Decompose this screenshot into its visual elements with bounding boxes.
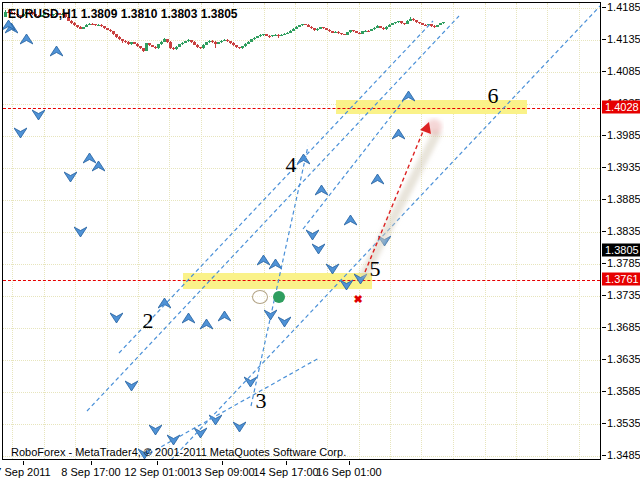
invalidation-x-mark: ✖ bbox=[353, 294, 362, 305]
candle-body bbox=[295, 27, 298, 29]
candle-body bbox=[241, 46, 244, 48]
price-tick bbox=[602, 71, 606, 72]
price-tick-label: 1.3785 bbox=[607, 257, 640, 269]
fractal-up-icon bbox=[315, 182, 328, 193]
fractal-down-icon bbox=[125, 377, 138, 388]
time-tick bbox=[286, 461, 287, 465]
candle-body bbox=[259, 35, 262, 36]
time-tick-label: 7 Sep 2011 bbox=[0, 466, 51, 478]
fractal-down-icon bbox=[278, 313, 291, 324]
candle-body bbox=[394, 22, 397, 23]
price-tick bbox=[602, 167, 606, 168]
price-tick-label: 1.4135 bbox=[607, 33, 640, 45]
candle-body bbox=[346, 32, 349, 34]
fractal-up-icon bbox=[218, 308, 231, 319]
green-dot-mark bbox=[273, 291, 285, 303]
wave-number-label: 2 bbox=[143, 310, 154, 332]
candle-body bbox=[370, 29, 373, 31]
gridline-horizontal bbox=[3, 392, 600, 393]
price-tick-label: 1.3985 bbox=[607, 129, 640, 141]
fractal-up-icon bbox=[344, 212, 357, 223]
price-tick-label: 1.3535 bbox=[607, 417, 640, 429]
candle-body bbox=[406, 21, 409, 24]
price-tick bbox=[602, 455, 606, 456]
fractal-up-icon bbox=[182, 310, 195, 321]
price-tick-label: 1.4085 bbox=[607, 65, 640, 77]
gridline-horizontal bbox=[3, 328, 600, 329]
fractal-down-icon bbox=[149, 421, 162, 432]
fractal-down-icon bbox=[306, 226, 319, 237]
candle-body bbox=[202, 45, 205, 49]
candle-body bbox=[157, 44, 160, 48]
mt4-window: 23456✖ EURUSD,H1 1.3809 1.3810 1.3803 1.… bbox=[0, 0, 640, 480]
fractal-down-icon bbox=[244, 373, 257, 384]
channel-line bbox=[303, 101, 403, 229]
wave-number-label: 3 bbox=[256, 390, 267, 412]
fractal-down-icon bbox=[74, 223, 87, 234]
fractal-up-icon bbox=[402, 88, 415, 99]
price-level-line bbox=[3, 108, 600, 109]
candle-body bbox=[178, 44, 181, 46]
candle-body bbox=[205, 42, 208, 45]
fractal-down-icon bbox=[378, 232, 391, 243]
fractal-down-icon bbox=[326, 260, 339, 271]
fractal-up-icon bbox=[20, 31, 33, 42]
gridline-horizontal bbox=[3, 360, 600, 361]
candle-body bbox=[244, 44, 247, 46]
fractal-down-icon bbox=[233, 418, 246, 429]
candle-body bbox=[85, 25, 88, 27]
fractal-down-icon bbox=[32, 106, 45, 117]
time-tick bbox=[349, 461, 350, 465]
candle-body bbox=[361, 31, 364, 33]
price-tick bbox=[602, 295, 606, 296]
fractal-up-icon bbox=[269, 256, 282, 267]
gridline-horizontal bbox=[3, 264, 600, 265]
price-tick-label: 1.3735 bbox=[607, 289, 640, 301]
price-tick bbox=[602, 359, 606, 360]
time-axis[interactable]: 7 Sep 20118 Sep 17:0012 Sep 01:0013 Sep … bbox=[0, 461, 602, 480]
candle-body bbox=[283, 34, 286, 35]
time-tick-label: 13 Sep 09:00 bbox=[189, 466, 254, 478]
candle-body bbox=[184, 41, 187, 43]
candle-body bbox=[280, 35, 283, 36]
candle-body bbox=[442, 22, 445, 23]
candle-body bbox=[439, 23, 442, 25]
price-tick bbox=[602, 327, 606, 328]
fractal-down-icon bbox=[209, 411, 222, 422]
price-axis[interactable]: 1.41851.41351.40851.40351.39851.39351.38… bbox=[602, 0, 640, 480]
candle-body bbox=[160, 42, 163, 45]
price-tick-label: 1.4185 bbox=[607, 1, 640, 13]
time-tick-label: 14 Sep 17:00 bbox=[253, 466, 318, 478]
candle-body bbox=[373, 28, 376, 30]
time-tick bbox=[157, 461, 158, 465]
price-tick-label: 1.3635 bbox=[607, 353, 640, 365]
time-tick bbox=[222, 461, 223, 465]
fractal-down-icon bbox=[264, 306, 277, 317]
level-price-label: 1.4028 bbox=[602, 101, 640, 114]
price-tick bbox=[602, 263, 606, 264]
level-price-label: 1.3761 bbox=[602, 273, 640, 286]
chart-plot-area[interactable]: 23456✖ EURUSD,H1 1.3809 1.3810 1.3803 1.… bbox=[2, 2, 601, 460]
candle-body bbox=[253, 38, 256, 40]
candle-body bbox=[436, 25, 439, 27]
candle-body bbox=[256, 36, 259, 38]
gridline-horizontal bbox=[3, 72, 600, 73]
price-tick-label: 1.3935 bbox=[607, 161, 640, 173]
fractal-down-icon bbox=[354, 270, 367, 281]
fractal-up-icon bbox=[392, 126, 405, 137]
price-tick-label: 1.3585 bbox=[607, 385, 640, 397]
price-tick-label: 1.3485 bbox=[607, 449, 640, 461]
candle-body bbox=[316, 29, 319, 30]
gridline-horizontal bbox=[3, 200, 600, 201]
fractal-down-icon bbox=[14, 124, 27, 135]
candle-body bbox=[250, 39, 253, 41]
candle-body bbox=[292, 29, 295, 31]
fractal-down-icon bbox=[64, 168, 77, 179]
candle-body bbox=[298, 25, 301, 27]
time-tick bbox=[91, 461, 92, 465]
current-price-label: 1.3805 bbox=[602, 244, 640, 257]
candle-body bbox=[385, 27, 388, 29]
fractal-up-icon bbox=[200, 316, 213, 327]
fractal-down-icon bbox=[110, 309, 123, 320]
fractal-up-icon bbox=[297, 151, 310, 162]
